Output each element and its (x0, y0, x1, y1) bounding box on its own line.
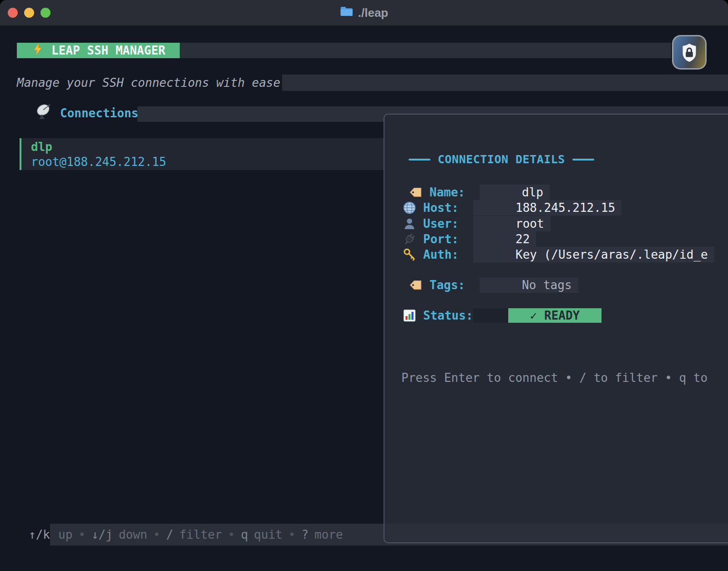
connections-header: Connections (35, 104, 138, 122)
lightning-bolt-icon (32, 42, 43, 59)
connection-details-panel: CONNECTION DETAILS Name: dlp (384, 114, 728, 543)
help-separator: • (153, 528, 161, 541)
field-row-status: Status: ✓ READY (402, 308, 602, 323)
field-row-host: Host: 188.245.212.15 (402, 200, 622, 215)
header-highlight-bar (180, 43, 671, 58)
field-row-auth: Auth: Key (/Users/aras/.leap/id_e (402, 247, 714, 262)
field-row-user: User: root (402, 216, 551, 231)
field-row-port: Port: 22 (402, 231, 536, 247)
tag-icon (409, 185, 423, 200)
field-label: Status: (423, 309, 473, 322)
field-row-tags: Tags: No tags (409, 277, 578, 293)
header-rule-left (409, 159, 430, 160)
help-desc: more (314, 528, 343, 541)
help-key: q (241, 528, 248, 541)
help-desc: up (58, 528, 72, 541)
shield-lock-icon (672, 35, 707, 70)
app-title-text: LEAP SSH MANAGER (51, 44, 165, 57)
tag-icon (409, 278, 423, 292)
status-spacer-cell (473, 308, 508, 323)
field-label: User: (423, 217, 473, 230)
terminal-window: ./leap LEAP SSH MANAGER Manage your SSH … (0, 0, 728, 571)
status-badge: ✓ READY (508, 308, 602, 323)
help-desc: quit (254, 528, 283, 541)
field-value: 188.245.212.15 (473, 200, 622, 215)
folder-icon (340, 5, 354, 20)
key-icon (402, 247, 417, 262)
field-label: Name: (430, 185, 480, 199)
help-desc: filter (179, 528, 222, 541)
help-key: ? (301, 528, 308, 541)
help-desc: down (119, 528, 147, 541)
field-value: dlp (480, 185, 550, 200)
tagline: Manage your SSH connections with ease (17, 75, 280, 91)
help-separator: • (78, 528, 86, 541)
connection-account: root@188.245.212.15 (31, 155, 384, 170)
field-label: Auth: (423, 248, 473, 261)
field-label: Tags: (430, 278, 480, 292)
globe-icon (402, 200, 417, 215)
tagline-highlight-bar (282, 75, 728, 91)
field-value: root (473, 216, 551, 231)
plug-icon (402, 232, 417, 246)
details-header: CONNECTION DETAILS (409, 153, 594, 166)
zoom-button[interactable] (40, 8, 51, 18)
close-button[interactable] (8, 8, 18, 18)
field-value: 22 (473, 231, 536, 247)
field-label: Host: (423, 201, 473, 215)
help-separator: • (288, 528, 296, 541)
help-key: / (166, 528, 173, 541)
details-title: CONNECTION DETAILS (438, 153, 565, 166)
field-row-name: Name: dlp (409, 185, 550, 200)
titlebar: ./leap (0, 0, 728, 25)
connection-list-item[interactable]: dlp root@188.245.212.15 (20, 138, 384, 170)
app-title-badge: LEAP SSH MANAGER (17, 43, 180, 58)
header-rule-right (572, 159, 594, 160)
help-separator: • (228, 528, 235, 541)
bar-chart-icon (402, 308, 417, 323)
field-label: Port: (423, 232, 473, 246)
help-bar: up • ↓/j down • / filter • q quit • ? mo… (58, 524, 343, 546)
window-title-text: ./leap (358, 6, 388, 20)
user-icon (402, 216, 417, 231)
help-key-up: ↑/k (29, 524, 50, 546)
help-key: ↓/j (91, 528, 113, 541)
tags-value: No tags (480, 277, 578, 293)
satellite-dish-icon (35, 103, 53, 123)
keyboard-hint: Press Enter to connect • / to filter • q… (401, 371, 708, 385)
field-value: Key (/Users/aras/.leap/id_e (473, 247, 714, 262)
minimize-button[interactable] (24, 8, 34, 18)
connection-name: dlp (31, 140, 384, 155)
window-title: ./leap (340, 0, 388, 25)
connections-title: Connections (60, 106, 138, 120)
traffic-lights (8, 8, 51, 18)
